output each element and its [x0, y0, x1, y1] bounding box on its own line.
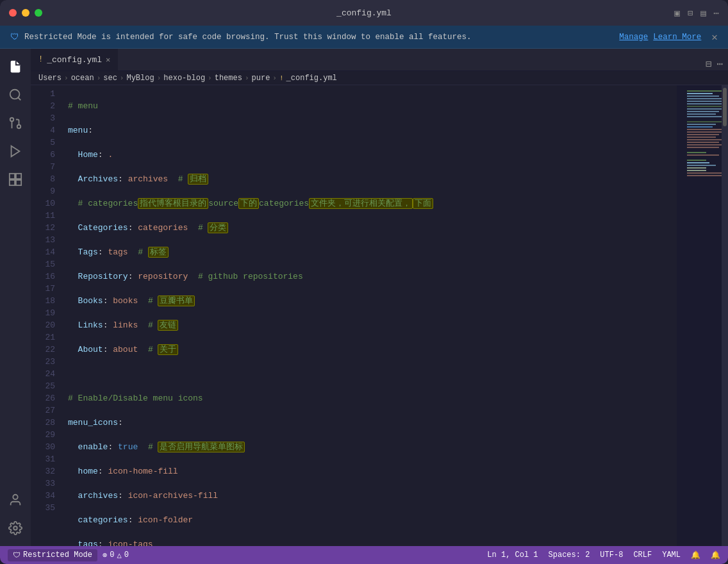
svg-rect-19	[687, 108, 725, 110]
svg-point-11	[13, 526, 17, 530]
spaces-setting[interactable]: Spaces: 2	[549, 551, 590, 560]
svg-rect-14	[687, 95, 719, 97]
breadcrumb-users[interactable]: Users	[38, 74, 62, 83]
svg-line-1	[18, 97, 21, 100]
svg-rect-12	[687, 90, 725, 92]
restricted-shield-icon: 🛡	[13, 551, 21, 560]
line-numbers: 1 2 3 4 5 6 7 8 9 10 11 12 13 14 15 16 1…	[31, 85, 63, 546]
breadcrumb-themes[interactable]: themes	[215, 74, 242, 83]
line-ending-status[interactable]: CRLF	[633, 551, 652, 560]
files-icon[interactable]	[3, 54, 28, 79]
settings-icon[interactable]	[3, 515, 28, 541]
breadcrumb-pure[interactable]: pure	[252, 74, 270, 83]
titlebar: _config.yml ▣ ⊟ ▤ ⋯	[0, 0, 728, 26]
svg-rect-25	[687, 126, 713, 128]
code-content[interactable]: # menu menu: Home: . Archives: archives …	[63, 85, 677, 546]
run-debug-icon[interactable]	[3, 138, 28, 164]
sidebar-toggle-icon[interactable]: ▣	[674, 8, 679, 19]
traffic-lights	[9, 9, 42, 17]
banner-text: Restricted Mode is intended for safe cod…	[24, 33, 614, 42]
error-icon: ⊗	[103, 551, 107, 560]
tab-close-button[interactable]: ✕	[106, 55, 110, 65]
svg-rect-31	[687, 142, 719, 143]
more-icon[interactable]: ⋯	[714, 8, 719, 19]
svg-rect-26	[687, 129, 722, 130]
notifications-icon[interactable]: 🔔	[711, 551, 720, 560]
svg-rect-32	[687, 144, 722, 145]
minimap-content	[677, 85, 728, 491]
feedback-icon[interactable]: 🔔	[691, 551, 700, 560]
cursor-position[interactable]: Ln 1, Col 1	[487, 551, 538, 560]
maximize-button[interactable]	[35, 9, 42, 17]
svg-rect-9	[16, 180, 21, 185]
scrollbar[interactable]	[722, 85, 728, 546]
shield-icon: 🛡	[10, 32, 19, 42]
restricted-mode-label: Restricted Mode	[23, 551, 92, 560]
language-mode[interactable]: YAML	[662, 551, 681, 560]
minimize-button[interactable]	[22, 9, 29, 17]
more-actions-icon[interactable]: ⋯	[716, 58, 723, 70]
svg-rect-29	[687, 137, 716, 138]
learn-more-link[interactable]: Learn More	[653, 33, 701, 42]
svg-rect-41	[687, 172, 722, 174]
manage-link[interactable]: Manage	[619, 33, 648, 42]
minimap[interactable]	[677, 85, 728, 546]
split-icon[interactable]: ▤	[700, 8, 706, 19]
split-editor-icon[interactable]: ⊟	[706, 58, 712, 70]
svg-rect-33	[687, 147, 719, 148]
svg-point-10	[13, 495, 17, 499]
error-count: 0	[110, 551, 114, 560]
status-bar: 🛡 Restricted Mode ⊗ 0 △ 0 Ln 1, Col 1 Sp…	[0, 546, 728, 564]
breadcrumb-hexo-blog[interactable]: hexo-blog	[163, 74, 205, 83]
activity-bar	[0, 49, 31, 546]
extensions-icon[interactable]	[3, 167, 28, 192]
svg-rect-8	[10, 180, 15, 185]
encoding-status[interactable]: UTF-8	[600, 551, 623, 560]
svg-rect-7	[16, 174, 21, 179]
svg-rect-13	[687, 93, 713, 94]
active-tab[interactable]: ! _config.yml ✕	[31, 48, 118, 70]
titlebar-icons: ▣ ⊟ ▤ ⋯	[674, 8, 719, 19]
source-control-icon[interactable]	[3, 110, 28, 136]
svg-rect-17	[687, 103, 722, 104]
svg-rect-35	[687, 154, 719, 156]
svg-rect-6	[10, 174, 15, 179]
tab-actions: ⊟ ⋯	[706, 58, 728, 70]
breadcrumb-myblog[interactable]: MyBlog	[126, 74, 154, 83]
editor-area: ! _config.yml ✕ ⊟ ⋯ Users › ocean › sec …	[31, 49, 728, 546]
tab-label: _config.yml	[47, 55, 102, 65]
breadcrumb: Users › ocean › sec › MyBlog › hexo-blog…	[31, 71, 728, 85]
svg-rect-24	[687, 124, 716, 125]
main-layout: ! _config.yml ✕ ⊟ ⋯ Users › ocean › sec …	[0, 49, 728, 546]
svg-rect-27	[687, 131, 725, 133]
status-left: 🛡 Restricted Mode ⊗ 0 △ 0	[8, 549, 129, 561]
banner-close-button[interactable]: ✕	[711, 31, 718, 44]
svg-rect-28	[687, 134, 719, 135]
svg-rect-30	[687, 139, 722, 140]
breadcrumb-ocean[interactable]: ocean	[71, 74, 94, 83]
svg-rect-22	[687, 116, 722, 117]
svg-rect-36	[687, 160, 706, 161]
restricted-mode-status[interactable]: 🛡 Restricted Mode	[8, 549, 97, 561]
breadcrumb-current-file[interactable]: _config.yml	[286, 74, 337, 83]
close-button[interactable]	[9, 9, 17, 17]
svg-rect-20	[687, 111, 719, 112]
layout-icon[interactable]: ⊟	[688, 8, 693, 19]
restricted-mode-banner: 🛡 Restricted Mode is intended for safe c…	[0, 26, 728, 49]
breadcrumb-sec[interactable]: sec	[103, 74, 117, 83]
svg-point-0	[10, 90, 20, 99]
tab-bar: ! _config.yml ✕ ⊟ ⋯	[31, 49, 728, 71]
breadcrumb-warning-icon: !	[279, 74, 284, 82]
error-status[interactable]: ⊗ 0 △ 0	[103, 551, 129, 560]
window-title: _config.yml	[336, 8, 392, 18]
tab-warning-icon: !	[38, 55, 43, 64]
svg-rect-37	[687, 162, 709, 163]
account-icon[interactable]	[3, 487, 28, 513]
svg-point-2	[17, 125, 21, 129]
scrollbar-thumb[interactable]	[723, 88, 727, 126]
status-right: Ln 1, Col 1 Spaces: 2 UTF-8 CRLF YAML 🔔 …	[487, 551, 720, 560]
svg-rect-34	[687, 152, 706, 153]
code-editor[interactable]: 1 2 3 4 5 6 7 8 9 10 11 12 13 14 15 16 1…	[31, 85, 728, 546]
search-icon[interactable]	[3, 82, 28, 108]
svg-rect-38	[687, 165, 716, 166]
